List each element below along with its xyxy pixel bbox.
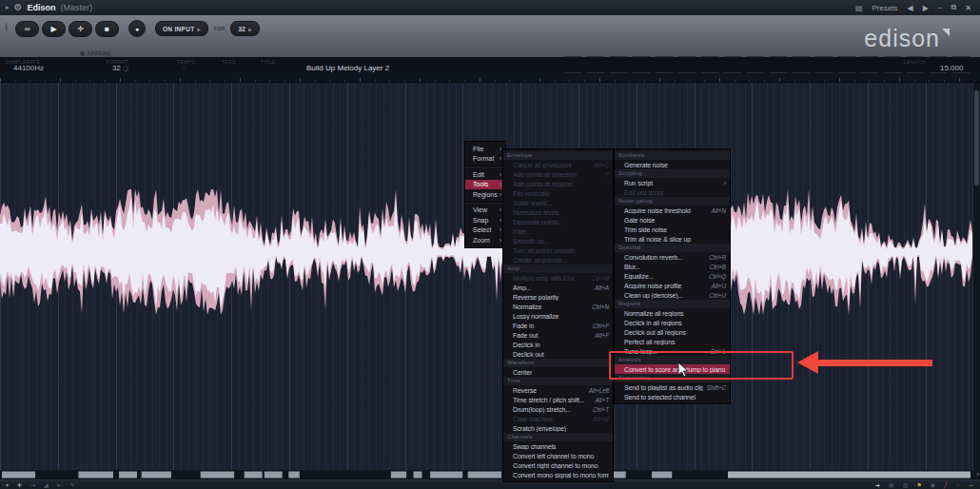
jump-icon[interactable]: ⇔ (969, 481, 974, 489)
menu-item-convert-right-channel-to-mono[interactable]: Convert right channel to mono (503, 460, 613, 470)
menu-item-fade-in[interactable]: Fade inCtrl+F (503, 321, 613, 330)
record-mode-dropdown[interactable]: ON INPUT▸ (155, 21, 208, 36)
menu-item-fade-out[interactable]: Fade outAlt+F (503, 330, 613, 340)
menu-item-shortcut: Alt+T (595, 397, 609, 403)
menu-item-gate-noise[interactable]: Gate noise (615, 215, 730, 225)
menu-item-normalize[interactable]: NormalizeCtrl+N (503, 302, 613, 311)
menu-item-perfect-all-regions[interactable]: Perfect all regions (615, 337, 730, 346)
timeline-ruler[interactable] (0, 72, 980, 83)
record-button[interactable]: ● (128, 20, 146, 37)
menu-item-convert-to-score-and-dump-to-piano-roll[interactable]: Convert to score and dump to piano roll (615, 364, 730, 374)
menu-separator (466, 166, 504, 167)
menu-item-zoom[interactable]: Zoom› (465, 235, 505, 245)
zoom-in-sel-icon[interactable]: ⇥ (30, 481, 35, 489)
menu-item-generate-noise[interactable]: Generate noise (615, 160, 730, 169)
menu-item-lossy-normalize[interactable]: Lossy normalize (503, 311, 613, 321)
menu-item-edit[interactable]: Edit› (465, 169, 505, 180)
play-button[interactable]: ▶ (42, 21, 66, 37)
menu-item-convolution-reverb[interactable]: Convolution reverb...Ctrl+R (615, 252, 730, 262)
plugin-gear-icon[interactable]: ⚙ (14, 3, 23, 12)
scroll-right-icon[interactable]: › (976, 470, 979, 479)
menu-item-reverse[interactable]: ReverseAlt+Left (503, 385, 613, 395)
record-dot-icon[interactable]: ◉ (931, 481, 935, 489)
menu-item-declick-in-all-regions[interactable]: Declick in all regions (615, 318, 730, 327)
flag-marker-icon[interactable]: ⚑ (916, 481, 921, 489)
menu-item-view[interactable]: View› (465, 205, 505, 216)
menu-section-spectral: Spectral (615, 244, 730, 252)
menu-item-tools[interactable]: Tools› (465, 180, 505, 190)
window-options-icon[interactable]: ▸ (6, 4, 10, 11)
menu-item-reverse-polarity[interactable]: Reverse polarity (503, 292, 613, 302)
menu-item-center[interactable]: Center (503, 367, 613, 377)
preset-prev-icon[interactable]: ◀ (908, 4, 913, 12)
menu-item-trim-all-noise-slice-up[interactable]: Trim all noise & slice up (615, 234, 730, 244)
menu-item-declick-out[interactable]: Declick out (503, 349, 613, 359)
menu-item-amp[interactable]: Amp...Alt+A (503, 283, 613, 292)
menu-item-normalize-all-regions[interactable]: Normalize all regions (615, 308, 730, 318)
menu-item-acquire-noise-profile[interactable]: Acquire noise profileAlt+U (615, 281, 730, 290)
menu-item-label: Zoom (473, 237, 490, 244)
menu-item-label: Convert right channel to mono (513, 462, 609, 469)
menu-item-convert-mono-signal-to-mono-format[interactable]: Convert mono signal to mono format (503, 470, 613, 479)
menu-item-label: Tools (473, 181, 488, 187)
close-button[interactable]: ✕ (965, 4, 971, 12)
menu-item-drum-loop-stretch[interactable]: Drum(loop) stretch...Ctrl+T (503, 404, 613, 414)
menu-item-send-to-selected-channel[interactable]: Send to selected channel (615, 392, 730, 401)
menu-item-declick-in[interactable]: Declick in (503, 340, 613, 349)
menu-item-shortcut: Alt+N (712, 207, 726, 214)
transport-controls: ∞▶✛■ ● ON INPUT▸ FOR 32▸ (15, 20, 260, 37)
stop-button[interactable]: ■ (95, 21, 119, 37)
ruler-major-ticks (0, 78, 980, 82)
pencil-tool-icon[interactable]: ✎ (70, 481, 75, 489)
menu-item-swap-channels[interactable]: Swap channels (503, 441, 613, 451)
menu-item-scratch-envelope[interactable]: Scratch (envelope) (503, 423, 613, 433)
slide-icon[interactable]: ╱ (944, 481, 948, 489)
menu-item-regions[interactable]: Regions› (465, 189, 505, 200)
menu-item-label: File (473, 146, 483, 152)
menu-item-convert-left-channel-to-mono[interactable]: Convert left channel to mono (503, 451, 613, 460)
menu-item-send-to-playlist-as-audio-clip[interactable]: Send to playlist as audio clipShift+C (615, 382, 730, 392)
list-a-icon[interactable]: ▤ (889, 481, 894, 489)
options-chevron-icon[interactable]: ▾ (6, 481, 9, 489)
menu-item-run-script[interactable]: Run script› (615, 178, 730, 187)
menu-item-flip-vertically: Flip vertically (503, 188, 613, 198)
fade-tool-icon[interactable]: ◢ (44, 481, 49, 489)
menu-item-format[interactable]: Format› (465, 154, 505, 165)
menu-item-snap[interactable]: Snap› (465, 215, 505, 225)
menu-item-acquire-noise-threshold[interactable]: Acquire noise thresholdAlt+N (615, 205, 730, 215)
menu-item-trim-side-noise[interactable]: Trim side noise (615, 225, 730, 234)
loop-mode-icon[interactable]: ∩ (956, 481, 960, 489)
detach-button[interactable]: ⧉ (951, 3, 957, 12)
presets-label[interactable]: Presets (872, 4, 897, 12)
menu-item-equalize[interactable]: Equalize...Ctrl+Q (615, 271, 730, 281)
menu-item-select[interactable]: Select› (465, 225, 505, 236)
menu-item-tune-loop[interactable]: Tune loop...Ctrl+L (615, 346, 730, 356)
overview-canvas[interactable] (0, 470, 980, 479)
send-arrow-icon[interactable]: ➜ (875, 481, 880, 489)
overview-strip[interactable]: › (0, 470, 980, 479)
menu-item-label: Claw machine (513, 416, 589, 422)
menu-item-label: Tune loop... (624, 348, 706, 355)
list-b-icon[interactable]: ▥ (903, 481, 909, 489)
vertical-scrollbar-handle[interactable] (974, 90, 979, 186)
minimize-button[interactable]: − (938, 4, 943, 12)
menu-item-label: Declick out all regions (624, 329, 726, 336)
pan-button[interactable]: ✛ (69, 21, 92, 37)
record-length-dropdown[interactable]: 32▸ (230, 21, 259, 36)
link-icon[interactable]: ⌇ (4, 22, 9, 34)
menu-item-declick-out-all-regions[interactable]: Declick out all regions (615, 327, 730, 337)
menu-item-time-stretch-pitch-shift[interactable]: Time stretch / pitch shift...Alt+T (503, 395, 613, 404)
append-mode[interactable]: ◉ APPEND (80, 49, 111, 56)
tempo-value: - (183, 64, 186, 72)
menu-item-blur[interactable]: Blur...Ctrl+B (615, 262, 730, 271)
loop-record-button[interactable]: ∞ (15, 21, 39, 37)
zoom-out-icon[interactable]: ⇤ (57, 481, 62, 489)
presets-list-icon[interactable]: ▤ (855, 4, 863, 12)
menu-item-file[interactable]: File› (465, 144, 505, 154)
vertical-scrollbar[interactable] (972, 83, 980, 470)
menu-item-label: Generate noise (624, 162, 726, 168)
pan-tool-icon[interactable]: ✛ (17, 481, 22, 489)
preset-next-icon[interactable]: ▶ (923, 4, 929, 12)
submenu-arrow-icon: › (500, 237, 501, 244)
menu-item-clean-up-denoise[interactable]: Clean up (denoise)...Ctrl+U (615, 290, 730, 300)
